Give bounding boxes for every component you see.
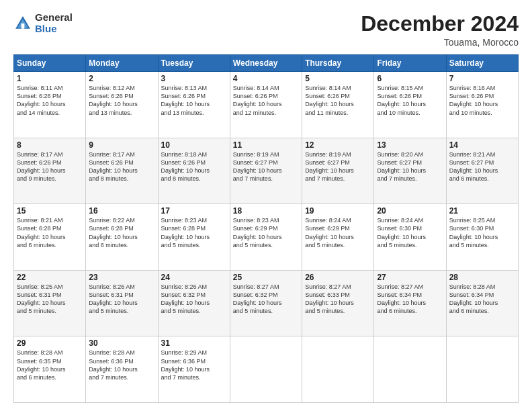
week-row-4: 22Sunrise: 8:25 AM Sunset: 6:31 PM Dayli…: [14, 270, 519, 336]
calendar-cell: 14Sunrise: 8:21 AM Sunset: 6:27 PM Dayli…: [446, 138, 518, 204]
day-info: Sunrise: 8:11 AM Sunset: 6:26 PM Dayligh…: [17, 84, 83, 117]
week-row-5: 29Sunrise: 8:28 AM Sunset: 6:35 PM Dayli…: [14, 336, 519, 403]
day-number: 31: [161, 338, 227, 348]
day-number: 10: [161, 140, 227, 150]
day-info: Sunrise: 8:28 AM Sunset: 6:34 PM Dayligh…: [449, 283, 515, 316]
day-number: 23: [89, 273, 154, 282]
weekday-header-row: SundayMondayTuesdayWednesdayThursdayFrid…: [14, 55, 519, 72]
day-info: Sunrise: 8:21 AM Sunset: 6:27 PM Dayligh…: [449, 150, 515, 183]
day-number: 2: [89, 74, 154, 83]
calendar-cell: 21Sunrise: 8:25 AM Sunset: 6:30 PM Dayli…: [446, 204, 518, 271]
day-info: Sunrise: 8:17 AM Sunset: 6:26 PM Dayligh…: [17, 150, 83, 183]
day-info: Sunrise: 8:14 AM Sunset: 6:26 PM Dayligh…: [305, 84, 371, 117]
weekday-tuesday: Tuesday: [158, 55, 230, 72]
day-number: 18: [233, 206, 299, 216]
day-number: 4: [233, 74, 299, 83]
logo: General Blue: [13, 12, 73, 34]
calendar-cell: 23Sunrise: 8:26 AM Sunset: 6:31 PM Dayli…: [86, 270, 158, 336]
calendar-cell: 24Sunrise: 8:26 AM Sunset: 6:32 PM Dayli…: [158, 270, 230, 336]
day-number: 25: [233, 273, 299, 282]
calendar-cell: 28Sunrise: 8:28 AM Sunset: 6:34 PM Dayli…: [446, 270, 518, 336]
weekday-friday: Friday: [374, 55, 446, 72]
day-number: 22: [17, 273, 83, 282]
day-info: Sunrise: 8:28 AM Sunset: 6:36 PM Dayligh…: [89, 349, 154, 381]
day-number: 9: [89, 140, 154, 150]
calendar-cell: 7Sunrise: 8:16 AM Sunset: 6:26 PM Daylig…: [446, 72, 518, 138]
day-info: Sunrise: 8:27 AM Sunset: 6:32 PM Dayligh…: [233, 283, 299, 316]
calendar-cell: 16Sunrise: 8:22 AM Sunset: 6:28 PM Dayli…: [86, 204, 158, 271]
weekday-wednesday: Wednesday: [230, 55, 302, 72]
day-info: Sunrise: 8:12 AM Sunset: 6:26 PM Dayligh…: [89, 84, 154, 117]
day-number: 11: [233, 140, 299, 150]
day-number: 30: [89, 338, 154, 348]
calendar-cell: 19Sunrise: 8:24 AM Sunset: 6:29 PM Dayli…: [302, 204, 374, 271]
calendar-cell: 3Sunrise: 8:13 AM Sunset: 6:26 PM Daylig…: [158, 72, 230, 138]
day-info: Sunrise: 8:24 AM Sunset: 6:30 PM Dayligh…: [377, 216, 443, 249]
calendar-cell: 30Sunrise: 8:28 AM Sunset: 6:36 PM Dayli…: [86, 336, 158, 403]
day-number: 7: [449, 74, 515, 83]
calendar-cell: 27Sunrise: 8:27 AM Sunset: 6:34 PM Dayli…: [374, 270, 446, 336]
calendar-table: SundayMondayTuesdayWednesdayThursdayFrid…: [13, 54, 519, 403]
weekday-sunday: Sunday: [14, 55, 86, 72]
day-number: 6: [377, 74, 443, 83]
logo-text: General Blue: [35, 12, 73, 34]
day-info: Sunrise: 8:25 AM Sunset: 6:31 PM Dayligh…: [17, 283, 83, 316]
day-number: 24: [161, 273, 227, 282]
calendar-cell: [230, 336, 302, 403]
day-number: 28: [449, 273, 515, 282]
day-info: Sunrise: 8:18 AM Sunset: 6:26 PM Dayligh…: [161, 150, 227, 183]
day-number: 20: [377, 206, 443, 216]
day-info: Sunrise: 8:23 AM Sunset: 6:29 PM Dayligh…: [233, 216, 299, 249]
day-info: Sunrise: 8:27 AM Sunset: 6:34 PM Dayligh…: [377, 283, 443, 316]
week-row-1: 1Sunrise: 8:11 AM Sunset: 6:26 PM Daylig…: [14, 72, 519, 138]
day-info: Sunrise: 8:19 AM Sunset: 6:27 PM Dayligh…: [305, 150, 371, 183]
day-info: Sunrise: 8:24 AM Sunset: 6:29 PM Dayligh…: [305, 216, 371, 249]
day-number: 21: [449, 206, 515, 216]
weekday-saturday: Saturday: [446, 55, 518, 72]
calendar-cell: 8Sunrise: 8:17 AM Sunset: 6:26 PM Daylig…: [14, 138, 86, 204]
day-info: Sunrise: 8:13 AM Sunset: 6:26 PM Dayligh…: [161, 84, 227, 117]
calendar-body: 1Sunrise: 8:11 AM Sunset: 6:26 PM Daylig…: [14, 72, 519, 403]
weekday-thursday: Thursday: [302, 55, 374, 72]
svg-rect-2: [21, 24, 25, 29]
calendar-cell: 25Sunrise: 8:27 AM Sunset: 6:32 PM Dayli…: [230, 270, 302, 336]
day-info: Sunrise: 8:28 AM Sunset: 6:35 PM Dayligh…: [17, 349, 83, 381]
day-number: 26: [305, 273, 371, 282]
day-info: Sunrise: 8:20 AM Sunset: 6:27 PM Dayligh…: [377, 150, 443, 183]
day-number: 15: [17, 206, 83, 216]
calendar-cell: 29Sunrise: 8:28 AM Sunset: 6:35 PM Dayli…: [14, 336, 86, 403]
day-info: Sunrise: 8:14 AM Sunset: 6:26 PM Dayligh…: [233, 84, 299, 117]
calendar-cell: 1Sunrise: 8:11 AM Sunset: 6:26 PM Daylig…: [14, 72, 86, 138]
day-number: 12: [305, 140, 371, 150]
title-block: December 2024 Touama, Morocco: [361, 12, 519, 48]
day-number: 19: [305, 206, 371, 216]
week-row-3: 15Sunrise: 8:21 AM Sunset: 6:28 PM Dayli…: [14, 204, 519, 271]
day-info: Sunrise: 8:27 AM Sunset: 6:33 PM Dayligh…: [305, 283, 371, 316]
day-info: Sunrise: 8:23 AM Sunset: 6:28 PM Dayligh…: [161, 216, 227, 249]
calendar-cell: [446, 336, 518, 403]
week-row-2: 8Sunrise: 8:17 AM Sunset: 6:26 PM Daylig…: [14, 138, 519, 204]
day-info: Sunrise: 8:17 AM Sunset: 6:26 PM Dayligh…: [89, 150, 154, 183]
day-number: 27: [377, 273, 443, 282]
day-number: 13: [377, 140, 443, 150]
day-number: 8: [17, 140, 83, 150]
month-title: December 2024: [361, 12, 519, 36]
calendar-cell: 31Sunrise: 8:29 AM Sunset: 6:36 PM Dayli…: [158, 336, 230, 403]
day-info: Sunrise: 8:29 AM Sunset: 6:36 PM Dayligh…: [161, 349, 227, 381]
calendar-cell: 5Sunrise: 8:14 AM Sunset: 6:26 PM Daylig…: [302, 72, 374, 138]
calendar-cell: [302, 336, 374, 403]
calendar-cell: 6Sunrise: 8:15 AM Sunset: 6:26 PM Daylig…: [374, 72, 446, 138]
day-info: Sunrise: 8:22 AM Sunset: 6:28 PM Dayligh…: [89, 216, 154, 249]
calendar-cell: 12Sunrise: 8:19 AM Sunset: 6:27 PM Dayli…: [302, 138, 374, 204]
day-number: 1: [17, 74, 83, 83]
day-info: Sunrise: 8:15 AM Sunset: 6:26 PM Dayligh…: [377, 84, 443, 117]
weekday-monday: Monday: [86, 55, 158, 72]
calendar-cell: [374, 336, 446, 403]
calendar-cell: 26Sunrise: 8:27 AM Sunset: 6:33 PM Dayli…: [302, 270, 374, 336]
calendar-cell: 4Sunrise: 8:14 AM Sunset: 6:26 PM Daylig…: [230, 72, 302, 138]
calendar-cell: 2Sunrise: 8:12 AM Sunset: 6:26 PM Daylig…: [86, 72, 158, 138]
day-number: 17: [161, 206, 227, 216]
page: General Blue December 2024 Touama, Moroc…: [0, 0, 532, 411]
day-info: Sunrise: 8:26 AM Sunset: 6:31 PM Dayligh…: [89, 283, 154, 316]
day-number: 14: [449, 140, 515, 150]
